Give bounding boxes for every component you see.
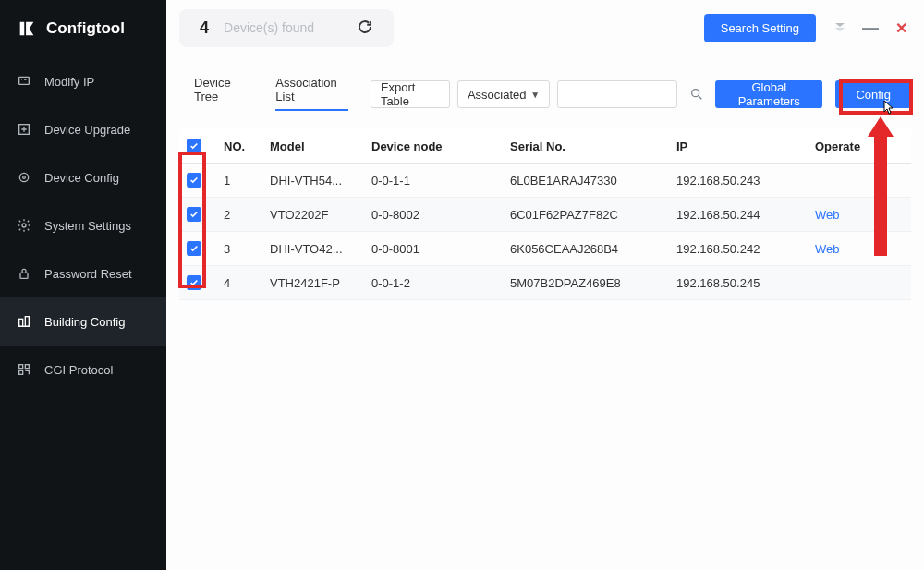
cell-model: DHI-VTH54... (262, 164, 364, 198)
cell-ip: 192.168.50.242 (669, 232, 808, 266)
sidebar-item-cgi-protocol[interactable]: CGI Protocol (0, 346, 166, 394)
table-row[interactable]: 2VTO2202F0-0-80026C01F62PAZ7F82C192.168.… (179, 198, 911, 232)
cell-no: 4 (216, 266, 262, 300)
svg-rect-10 (19, 370, 23, 374)
minimize-icon[interactable]: — (862, 18, 879, 38)
cell-ip: 192.168.50.244 (669, 198, 808, 232)
devices-found-box: 4 Device(s) found (179, 9, 394, 47)
svg-rect-9 (25, 365, 29, 369)
row-checkbox[interactable] (187, 207, 201, 222)
col-operate: Operate (808, 129, 911, 164)
cell-serial: 6K056CEAAJ268B4 (503, 232, 669, 266)
sidebar-item-label: Building Config (44, 315, 125, 329)
cell-serial: 5M07B2DPAZ469E8 (503, 266, 669, 300)
topbar: 4 Device(s) found Search Setting — ✕ (166, 0, 924, 55)
cell-no: 3 (216, 232, 262, 266)
app-name: Configtool (46, 19, 125, 38)
dropdown-menu-icon[interactable] (834, 22, 845, 33)
svg-point-4 (22, 224, 26, 227)
sidebar-item-password-reset[interactable]: Password Reset (0, 249, 166, 297)
associated-dropdown-value: Associated (468, 88, 527, 102)
col-model: Model (262, 129, 364, 164)
row-checkbox[interactable] (187, 241, 201, 256)
sidebar-item-label: Device Upgrade (44, 123, 130, 137)
app-logo-row: Configtool (0, 7, 166, 57)
cell-no: 1 (216, 164, 262, 198)
svg-point-2 (19, 173, 28, 181)
svg-rect-8 (19, 365, 23, 369)
refresh-icon[interactable] (357, 18, 373, 38)
table-row[interactable]: 3DHI-VTO42...0-0-80016K056CEAAJ268B4192.… (179, 232, 911, 266)
cell-node: 0-0-1-2 (364, 266, 503, 300)
cell-node: 0-0-8002 (364, 198, 503, 232)
window-controls: — ✕ (834, 18, 907, 38)
export-table-button[interactable]: Export Table (371, 80, 450, 108)
col-node: Device node (364, 129, 503, 164)
tab-device-tree[interactable]: Device Tree (194, 76, 249, 111)
tab-association-list[interactable]: Association List (275, 76, 348, 111)
cell-model: DHI-VTO42... (262, 232, 364, 266)
search-icon[interactable] (685, 80, 708, 108)
row-checkbox[interactable] (187, 275, 201, 290)
cell-model: VTH2421F-P (262, 266, 364, 300)
associated-dropdown[interactable]: Associated ▼ (457, 80, 550, 108)
svg-point-11 (691, 90, 699, 97)
device-table: NO. Model Device node Serial No. IP Oper… (179, 129, 911, 300)
cell-operate: Web (808, 198, 911, 232)
sidebar-item-label: Password Reset (44, 267, 132, 281)
tabs: Device Tree Association List (179, 68, 348, 120)
building-icon (17, 314, 31, 329)
search-setting-button[interactable]: Search Setting (704, 14, 816, 42)
svg-rect-0 (19, 77, 30, 84)
qr-icon (17, 362, 31, 377)
devices-found-count: 4 (200, 18, 209, 38)
cell-node: 0-0-1-1 (364, 164, 503, 198)
global-parameters-button[interactable]: Global Parameters (715, 80, 822, 108)
svg-rect-6 (19, 319, 23, 326)
web-link[interactable]: Web (815, 242, 840, 256)
devices-found-text: Device(s) found (224, 20, 314, 35)
cell-serial: 6C01F62PAZ7F82C (503, 198, 669, 232)
cell-ip: 192.168.50.245 (669, 266, 808, 300)
cell-operate (808, 164, 911, 198)
cell-serial: 6L0BE1ARAJ47330 (503, 164, 669, 198)
web-link[interactable]: Web (815, 208, 840, 222)
sidebar-item-label: Modify IP (44, 75, 94, 89)
upgrade-icon (17, 122, 31, 137)
table-row[interactable]: 1DHI-VTH54...0-0-1-16L0BE1ARAJ47330192.1… (179, 164, 911, 198)
toolbar: Device Tree Association List Export Tabl… (179, 68, 911, 120)
col-no: NO. (216, 129, 262, 164)
content-area: Device Tree Association List Export Tabl… (166, 55, 924, 313)
sidebar-item-label: System Settings (44, 219, 131, 233)
config-button[interactable]: Config (835, 80, 911, 108)
svg-point-3 (23, 176, 26, 179)
cell-node: 0-0-8001 (364, 232, 503, 266)
sidebar-item-label: Device Config (44, 171, 119, 185)
cell-ip: 192.168.50.243 (669, 164, 808, 198)
sidebar: Configtool Modify IP Device Upgrade Devi… (0, 0, 166, 570)
sidebar-item-modify-ip[interactable]: Modify IP (0, 57, 166, 105)
ip-icon (17, 74, 31, 89)
col-ip: IP (669, 129, 808, 164)
chevron-down-icon: ▼ (530, 90, 540, 100)
select-all-checkbox[interactable] (187, 139, 201, 153)
table-row[interactable]: 4VTH2421F-P0-0-1-25M07B2DPAZ469E8192.168… (179, 266, 911, 300)
sidebar-item-device-config[interactable]: Device Config (0, 153, 166, 201)
sidebar-item-device-upgrade[interactable]: Device Upgrade (0, 105, 166, 153)
svg-rect-5 (20, 273, 28, 278)
close-icon[interactable]: ✕ (895, 19, 907, 37)
export-table-label: Export Table (381, 80, 440, 108)
row-checkbox[interactable] (187, 173, 201, 188)
cell-model: VTO2202F (262, 198, 364, 232)
cell-operate: Web (808, 232, 911, 266)
main-panel: 4 Device(s) found Search Setting — ✕ Dev… (166, 0, 924, 570)
search-input[interactable] (557, 80, 677, 108)
config-icon (17, 170, 31, 185)
sidebar-item-building-config[interactable]: Building Config (0, 297, 166, 346)
cell-operate (808, 266, 911, 300)
gear-icon (17, 218, 31, 233)
col-serial: Serial No. (503, 129, 669, 164)
app-logo-icon (17, 18, 37, 39)
svg-rect-7 (25, 317, 29, 327)
sidebar-item-system-settings[interactable]: System Settings (0, 201, 166, 249)
